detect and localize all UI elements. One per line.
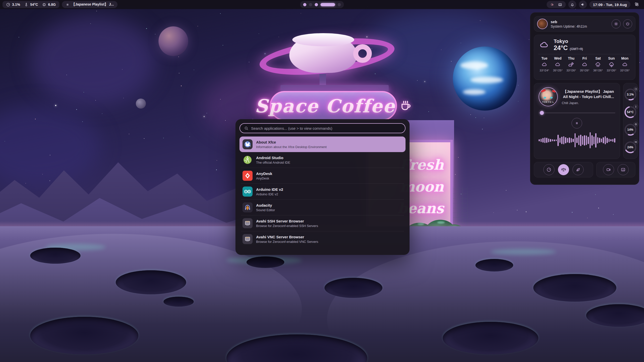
waveform-bar: [605, 136, 606, 144]
volume-button[interactable]: [579, 1, 587, 9]
sun-cloud-icon: [568, 62, 574, 68]
performance-profile-button[interactable]: [543, 164, 554, 175]
waveform-bar: [565, 137, 566, 143]
app-item-android-studio[interactable]: Android StudioThe official Android IDE: [239, 152, 406, 168]
search-bar[interactable]: [239, 123, 406, 133]
waveform-bar: [599, 138, 600, 143]
thermometer-icon: [24, 3, 28, 7]
earth-planet: [453, 47, 517, 111]
star: [155, 34, 155, 34]
star: [301, 13, 301, 14]
waveform-bar: [610, 139, 612, 141]
star: [194, 70, 194, 70]
star: [249, 62, 249, 62]
image-tray-icon[interactable]: [558, 3, 562, 7]
bell-icon: [570, 2, 575, 7]
waveform-bar: [554, 140, 555, 141]
waveform-bar: [556, 140, 557, 141]
app-item-avahi-vnc-server-browser[interactable]: Avahi VNC Server BrowserBrowse for Zeroc…: [239, 231, 406, 247]
speaker-icon: [581, 2, 585, 7]
clock[interactable]: 17:09 - Tue, 19 Aug: [589, 1, 630, 8]
widget-panel: seb System Uptime: 4h11m Tokyo 24°C (GMT…: [530, 12, 639, 185]
sign-roof: [280, 85, 389, 92]
star: [42, 174, 43, 174]
balanced-profile-button[interactable]: [558, 164, 569, 175]
star: [35, 119, 36, 119]
settings-button[interactable]: [612, 19, 621, 28]
capture-tools: [596, 162, 635, 177]
power-saver-profile-button[interactable]: [573, 164, 584, 175]
waveform-bar: [578, 135, 580, 145]
power-button[interactable]: [623, 19, 632, 28]
workspace-indicator[interactable]: [300, 1, 344, 8]
app-item-audacity[interactable]: AudacitySound Editor: [239, 200, 406, 215]
search-input[interactable]: [251, 126, 401, 130]
weather-temperature: 24°C: [554, 44, 568, 52]
now-playing-pill[interactable]: 【Japanese Playlist】 J...: [62, 1, 117, 8]
star: [76, 109, 77, 110]
star: [518, 101, 518, 102]
waveform-bar: [546, 138, 547, 143]
star: [264, 53, 266, 54]
neon-sign: Space Coffee: [270, 91, 397, 121]
system-gauges-card: 3.1%54°C14%24%: [623, 83, 638, 159]
star: [526, 211, 527, 212]
app-item-about-xfce[interactable]: About XfceInformation about the Xfce Des…: [239, 137, 406, 152]
workspace-5[interactable]: [338, 3, 341, 6]
pause-button[interactable]: [572, 118, 582, 128]
app-item-anydesk[interactable]: AnyDeskAnyDesk: [239, 168, 406, 184]
system-stats-pill[interactable]: 3.1% 54°C 6.8G: [3, 1, 59, 8]
seek-bar[interactable]: [539, 111, 615, 115]
seek-handle[interactable]: [540, 111, 544, 115]
tray-app-icon[interactable]: [550, 3, 554, 7]
star: [441, 50, 441, 50]
app-item-arduino-ide-v2[interactable]: Arduino IDE v2Arduino IDE v2: [239, 184, 406, 199]
cloud-icon: [582, 62, 588, 68]
waveform-bar: [603, 137, 604, 143]
app-title: Avahi VNC Server Browser: [256, 235, 318, 239]
album-art-text: TOKYO L: [539, 101, 557, 103]
waveform-bar: [559, 138, 561, 143]
star: [146, 28, 147, 29]
workspace-4-active[interactable]: [320, 3, 335, 6]
workspace-1[interactable]: [303, 3, 306, 6]
forecast-temps: 36°/26°: [593, 69, 603, 72]
forecast-temps: 35°/25°: [553, 69, 562, 72]
crater: [30, 317, 138, 354]
waveform-bar: [607, 138, 608, 143]
star: [220, 13, 221, 14]
app-title: AnyDesk: [256, 171, 272, 176]
star: [25, 183, 26, 184]
media-player-card: TOKYO L 【Japanese Playlist】 Japan All Ni…: [534, 83, 620, 159]
star: [640, 51, 640, 52]
android-app-icon: [243, 155, 253, 165]
star: [207, 113, 207, 113]
star: [181, 85, 182, 86]
screenshot-button[interactable]: [618, 164, 629, 175]
forecast-day-label: Thu: [568, 56, 575, 60]
star: [458, 157, 459, 158]
workspace-2[interactable]: [309, 3, 312, 6]
app-item-avahi-ssh-server-browser[interactable]: Avahi SSH Server BrowserBrowse for Zeroc…: [239, 215, 406, 231]
waveform-bar: [571, 138, 572, 143]
audacity-app-icon: [243, 202, 253, 212]
system-tray[interactable]: [547, 1, 566, 8]
workspace-3[interactable]: [315, 3, 318, 6]
username: seb: [551, 20, 587, 24]
notifications-button[interactable]: [568, 1, 576, 9]
cup-rim: [292, 33, 354, 46]
star: [95, 100, 96, 101]
search-icon: [244, 126, 249, 130]
waveform-bar: [614, 138, 615, 143]
star: [529, 39, 529, 40]
screen-record-button[interactable]: [603, 164, 614, 175]
app-grid-button[interactable]: [633, 1, 641, 9]
waveform-bar: [561, 137, 562, 144]
drive-icon: [633, 140, 638, 144]
forecast-temps: 33°/26°: [607, 69, 616, 72]
waveform-bar: [588, 137, 589, 144]
waveform-bar: [541, 139, 542, 142]
forecast-day-label: Tue: [541, 56, 547, 60]
waveform-bar: [597, 137, 598, 144]
chip-icon: [42, 3, 46, 7]
